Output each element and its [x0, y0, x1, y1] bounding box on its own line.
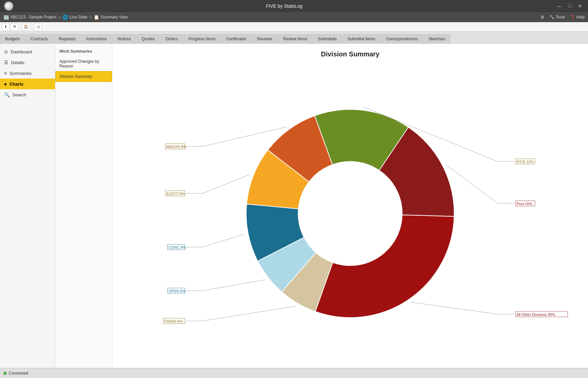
donut-container: P/CR 15%Post 16%All Other Divisions 30%M…	[112, 61, 588, 366]
minimize-button[interactable]: —	[555, 3, 564, 9]
title-bar-left	[4, 1, 13, 11]
qa-close-button[interactable]: ✕	[11, 23, 18, 31]
close-button[interactable]: ✕	[576, 3, 584, 9]
qa-back-button[interactable]: ◁	[34, 23, 42, 31]
help-icon: ❓	[570, 15, 575, 19]
tab-progress-items[interactable]: Progress Items	[183, 34, 221, 43]
breadcrumb-project[interactable]: 🏢 ABC123 - Sample Project	[3, 14, 56, 20]
tools-button[interactable]: 🔧 Tools	[549, 15, 565, 19]
main-layout: ⊙Dashboard☰Details≡Summaries●Charts🔍Sear…	[0, 44, 588, 368]
chart-label: ELECT 9%	[166, 192, 184, 196]
sidebar-label-charts: Charts	[9, 82, 23, 87]
breadcrumb-state-label: Live State	[69, 15, 87, 19]
project-icon: 🏢	[3, 14, 9, 20]
qa-separator2	[32, 24, 32, 30]
sidebar-item-details[interactable]: ☰Details	[0, 57, 55, 68]
sidebar-label-summaries: Summaries	[9, 71, 32, 76]
search-icon: 🔍	[4, 92, 10, 97]
chart-label: CONC 9%	[169, 245, 186, 249]
breadcrumb-view[interactable]: 📋 Summary View	[94, 14, 127, 20]
label-line	[446, 164, 498, 203]
charts-icon: ●	[4, 81, 7, 87]
tab-notices[interactable]: Notices	[112, 34, 136, 43]
view-icon: 📋	[94, 14, 99, 20]
qa-info-button[interactable]: ℹ	[2, 23, 9, 31]
sub-sidebar-heading: Work Summaries	[55, 46, 112, 56]
quick-access-bar: ℹ ✕ 🏠 ◁	[0, 22, 588, 32]
title-bar-controls: — □ ✕	[555, 3, 584, 9]
label-line	[203, 280, 266, 291]
donut-segment-2[interactable]	[315, 215, 454, 318]
chart-label: Post 16%	[517, 202, 532, 206]
breadcrumb-state[interactable]: 🌐 Live State	[62, 14, 87, 20]
breadcrumb-project-label: ABC123 - Sample Project	[10, 15, 56, 19]
help-button[interactable]: ❓ Help	[570, 15, 585, 19]
breadcrumb-bar: 🏢 ABC123 - Sample Project » 🌐 Live State…	[0, 12, 588, 22]
breadcrumb-view-label: Summary View	[101, 15, 127, 19]
summaries-icon: ≡	[4, 70, 7, 76]
tab-budgets[interactable]: Budgets	[0, 34, 25, 43]
sidebar-label-search: Search	[12, 92, 26, 97]
sidebar: ⊙Dashboard☰Details≡Summaries●Charts🔍Sear…	[0, 44, 55, 368]
state-icon: 🌐	[62, 14, 68, 20]
breadcrumb-sep1: »	[58, 15, 61, 19]
tab-contracts[interactable]: Contracts	[25, 34, 53, 43]
chart-title: Division Summary	[112, 44, 588, 61]
sub-item-approved-changes-by-reason[interactable]: Approved Changes by Reason	[55, 56, 112, 71]
title-bar: FIVE by StatsLog — □ ✕	[0, 0, 588, 12]
details-icon: ☰	[4, 60, 8, 65]
content-area: Division Summary P/CR 15%Post 16%All Oth…	[112, 44, 588, 368]
tab-submittal-items[interactable]: Submittal Items	[342, 34, 380, 43]
tab-certificates[interactable]: Certificates	[221, 34, 252, 43]
label-line	[203, 306, 296, 321]
tools-icon: 🔧	[549, 15, 554, 19]
tab-requests[interactable]: Requests	[53, 34, 81, 43]
dashboard-icon: ⊙	[4, 49, 8, 54]
tab-review-items[interactable]: Review Items	[278, 34, 312, 43]
tab-reviews[interactable]: Reviews	[252, 34, 277, 43]
label-line	[203, 174, 250, 193]
sidebar-item-charts[interactable]: ●Charts	[0, 79, 55, 89]
grid-icon: ⊞	[541, 15, 544, 19]
toolbar-right: ⊞ 🔧 Tools ❓ Help	[541, 15, 585, 19]
chart-label: FINISH 6%	[164, 319, 183, 323]
sidebar-item-search[interactable]: 🔍Search	[0, 89, 55, 100]
chart-label: All Other Divisions 30%	[517, 313, 555, 317]
maximize-button[interactable]: □	[567, 3, 573, 9]
tab-instructions[interactable]: Instructions	[81, 34, 112, 43]
sidebar-label-dashboard: Dashboard	[11, 49, 32, 54]
status-dot	[3, 372, 7, 375]
chart-label: OPEN 6%	[169, 289, 185, 293]
tab-orders[interactable]: Orders	[160, 34, 183, 43]
label-line	[203, 234, 245, 247]
tab-sketches[interactable]: Sketches	[423, 34, 450, 43]
app-logo	[4, 1, 13, 11]
chart-label: P/CR 15%	[517, 160, 534, 164]
qa-separator	[20, 24, 20, 30]
tab-submittals[interactable]: Submittals	[313, 34, 342, 43]
sidebar-item-dashboard[interactable]: ⊙Dashboard	[0, 46, 55, 57]
chart-label: MASON 9%	[166, 145, 186, 149]
chart-area: Division Summary P/CR 15%Post 16%All Oth…	[112, 44, 588, 368]
tab-quotes[interactable]: Quotes	[137, 34, 160, 43]
sub-item-division-summary[interactable]: Division Summary	[55, 71, 112, 82]
sidebar-item-summaries[interactable]: ≡Summaries	[0, 68, 55, 79]
qa-home-button[interactable]: 🏠	[22, 23, 30, 31]
breadcrumb-sep2: »	[90, 15, 92, 19]
title-bar-title: FIVE by StatsLog	[266, 3, 303, 9]
tab-correspondences[interactable]: Correspondences	[381, 34, 423, 43]
sidebar-label-details: Details	[11, 60, 24, 65]
sub-sidebar: Work Summaries Approved Changes by Reaso…	[55, 44, 112, 368]
donut-chart-svg: P/CR 15%Post 16%All Other Divisions 30%M…	[182, 76, 518, 351]
tab-bar: BudgetsContractsRequestsInstructionsNoti…	[0, 32, 588, 44]
status-text: Connected	[9, 371, 28, 376]
label-line	[411, 302, 498, 314]
status-bar: Connected	[0, 368, 588, 378]
